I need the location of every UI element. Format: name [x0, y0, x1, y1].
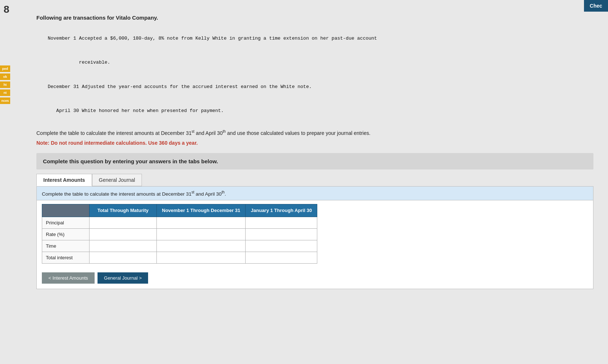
input-rate-nov[interactable] [157, 229, 245, 240]
page-number: 8 [4, 4, 9, 15]
cell-principal-nov[interactable] [157, 217, 246, 229]
row-label-total-interest: Total interest [42, 252, 90, 264]
cell-rate-total[interactable] [90, 229, 157, 240]
page-title: Following are transactions for Vitalo Co… [36, 15, 593, 21]
sidebar-badge-nt: nt [0, 89, 10, 96]
transaction-line1: November 1 Accepted a $6,000, 180-day, 8… [48, 36, 377, 41]
input-principal-nov[interactable] [157, 217, 245, 228]
tabs-container: Interest Amounts General Journal [36, 174, 593, 186]
transaction-line2: receivable. [48, 60, 110, 65]
col-header-empty [42, 204, 90, 217]
col-header-jan-apr: January 1 Through April 30 [246, 204, 317, 217]
transaction-line4: April 30 White honored her note when pre… [48, 108, 224, 113]
input-totalinterest-jan[interactable] [246, 252, 317, 263]
table-instruction: Complete the table to calculate the inte… [37, 187, 593, 201]
cell-time-jan[interactable] [246, 240, 317, 252]
tab-general-journal[interactable]: General Journal [92, 174, 142, 186]
cell-principal-jan[interactable] [246, 217, 317, 229]
input-rate-total[interactable] [90, 229, 156, 240]
interest-amounts-button[interactable]: < Interest Amounts [42, 272, 95, 284]
input-totalinterest-nov[interactable] [157, 252, 245, 263]
general-journal-button[interactable]: General Journal > [98, 272, 148, 284]
instruction-end: and use those calculated values to prepa… [226, 130, 370, 136]
nav-buttons: < Interest Amounts General Journal > [37, 269, 593, 289]
cell-totalinterest-total[interactable] [90, 252, 157, 264]
row-label-rate: Rate (%) [42, 229, 90, 240]
note-text: Note: Do not round intermediate calculat… [36, 140, 593, 146]
input-time-total[interactable] [90, 240, 156, 252]
interest-table: Total Through Maturity November 1 Throug… [42, 204, 317, 264]
col-header-nov-dec: November 1 Through December 31 [157, 204, 246, 217]
cell-totalinterest-nov[interactable] [157, 252, 246, 264]
input-totalinterest-total[interactable] [90, 252, 156, 263]
input-principal-jan[interactable] [246, 217, 317, 228]
instruction-main: Complete the table to calculate the inte… [36, 130, 191, 136]
input-principal-total[interactable] [90, 217, 156, 228]
transactions-block: November 1 Accepted a $6,000, 180-day, 8… [36, 27, 593, 123]
cell-principal-total[interactable] [90, 217, 157, 229]
cell-time-total[interactable] [90, 240, 157, 252]
main-content: Following are transactions for Vitalo Co… [15, 0, 608, 304]
col-header-total: Total Through Maturity [90, 204, 157, 217]
instruction-and: and April 30 [194, 130, 223, 136]
sidebar-badge-ht: ht [0, 81, 10, 88]
row-label-principal: Principal [42, 217, 90, 229]
instruction-text: Complete the table to calculate the inte… [36, 129, 593, 137]
table-row-total-interest: Total interest [42, 252, 317, 264]
check-button[interactable]: Chec [584, 0, 608, 12]
cell-rate-jan[interactable] [246, 229, 317, 240]
table-row-rate: Rate (%) [42, 229, 317, 240]
tab-content: Complete the table to calculate the inte… [36, 186, 593, 289]
sidebar-badge-nces: nces [0, 97, 10, 104]
input-rate-jan[interactable] [246, 229, 317, 240]
cell-time-nov[interactable] [157, 240, 246, 252]
question-box: Complete this question by entering your … [36, 153, 593, 169]
input-time-nov[interactable] [157, 240, 245, 252]
sidebar-badge-ok: ok [0, 73, 10, 80]
input-time-jan[interactable] [246, 240, 317, 252]
transaction-line3: December 31 Adjusted the year-end accoun… [48, 84, 312, 89]
cell-totalinterest-jan[interactable] [246, 252, 317, 264]
cell-rate-nov[interactable] [157, 229, 246, 240]
sidebar-badge-ped: ped [0, 65, 10, 72]
tab-interest-amounts[interactable]: Interest Amounts [36, 174, 92, 186]
row-label-time: Time [42, 240, 90, 252]
left-sidebar: ped ok ht nt nces [0, 65, 10, 104]
table-row-time: Time [42, 240, 317, 252]
table-row-principal: Principal [42, 217, 317, 229]
